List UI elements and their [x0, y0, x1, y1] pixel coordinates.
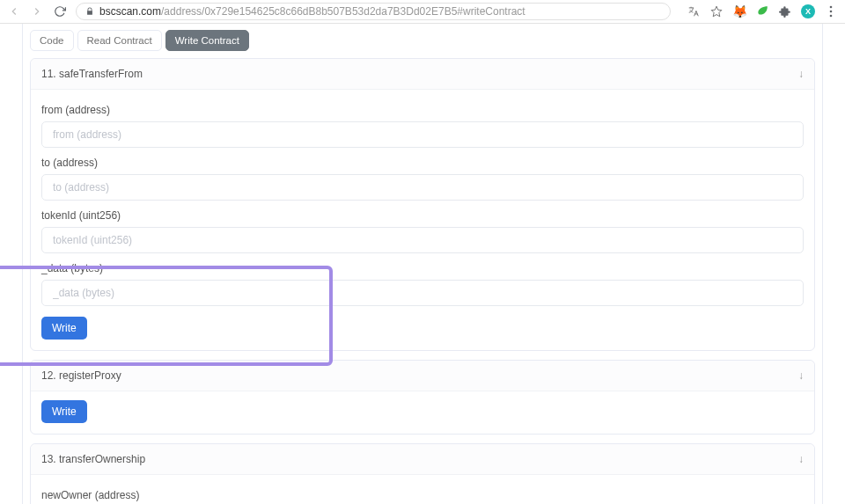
input-data[interactable]: [41, 280, 804, 306]
metamask-icon[interactable]: 🦊: [732, 4, 746, 18]
fn-title: 13. transferOwnership: [41, 453, 145, 465]
tab-write-contract[interactable]: Write Contract: [165, 30, 249, 51]
lock-icon: [85, 7, 94, 16]
fn-header-transferOwnership[interactable]: 13. transferOwnership ↓: [31, 444, 814, 474]
fn-registerProxy: 12. registerProxy ↓ Write: [30, 360, 815, 435]
chevron-down-icon: ↓: [798, 369, 804, 382]
fn-title: 11. safeTransferFrom: [41, 68, 143, 80]
fn-title: 12. registerProxy: [41, 369, 121, 382]
menu-icon[interactable]: [824, 4, 838, 18]
label-tokenId: tokenId (uint256): [41, 209, 804, 222]
fn-header-registerProxy[interactable]: 12. registerProxy ↓: [31, 361, 814, 391]
leaf-extension-icon[interactable]: [755, 4, 769, 18]
address-bar[interactable]: bscscan.com/address/0x729e154625c8c66dB8…: [76, 3, 671, 20]
label-newOwner: newOwner (address): [41, 489, 804, 501]
input-tokenId[interactable]: [41, 227, 804, 253]
nav-forward-icon[interactable]: [30, 4, 44, 18]
label-from: from (address): [41, 104, 804, 116]
input-from[interactable]: [41, 121, 804, 148]
fn-safeTransferFrom: 11. safeTransferFrom ↓ from (address) to…: [30, 58, 815, 351]
contract-panel: Code Read Contract Write Contract 11. sa…: [22, 24, 823, 504]
nav-back-icon[interactable]: [7, 4, 21, 18]
reload-icon[interactable]: [53, 4, 67, 18]
svg-point-2: [830, 11, 833, 13]
write-button[interactable]: Write: [41, 317, 87, 340]
svg-point-1: [830, 6, 833, 9]
chevron-down-icon: ↓: [798, 68, 804, 80]
fn-transferOwnership: 13. transferOwnership ↓ newOwner (addres…: [30, 443, 815, 504]
chevron-down-icon: ↓: [798, 453, 804, 465]
input-to[interactable]: [41, 174, 804, 201]
profile-avatar[interactable]: X: [801, 4, 815, 18]
label-data: _data (bytes): [41, 262, 804, 274]
browser-toolbar: bscscan.com/address/0x729e154625c8c66dB8…: [0, 0, 845, 24]
tab-code[interactable]: Code: [30, 30, 74, 51]
svg-point-3: [830, 15, 833, 18]
star-icon[interactable]: [709, 4, 724, 18]
extensions-icon[interactable]: [778, 4, 792, 18]
fn-header-safeTransferFrom[interactable]: 11. safeTransferFrom ↓: [31, 59, 814, 89]
url-text: bscscan.com/address/0x729e154625c8c66dB8…: [99, 5, 525, 18]
label-to: to (address): [41, 157, 804, 169]
write-button[interactable]: Write: [41, 400, 87, 423]
contract-tabs: Code Read Contract Write Contract: [23, 30, 822, 58]
tab-read-contract[interactable]: Read Contract: [77, 30, 162, 51]
svg-marker-0: [711, 6, 722, 17]
translate-icon[interactable]: [687, 4, 701, 18]
